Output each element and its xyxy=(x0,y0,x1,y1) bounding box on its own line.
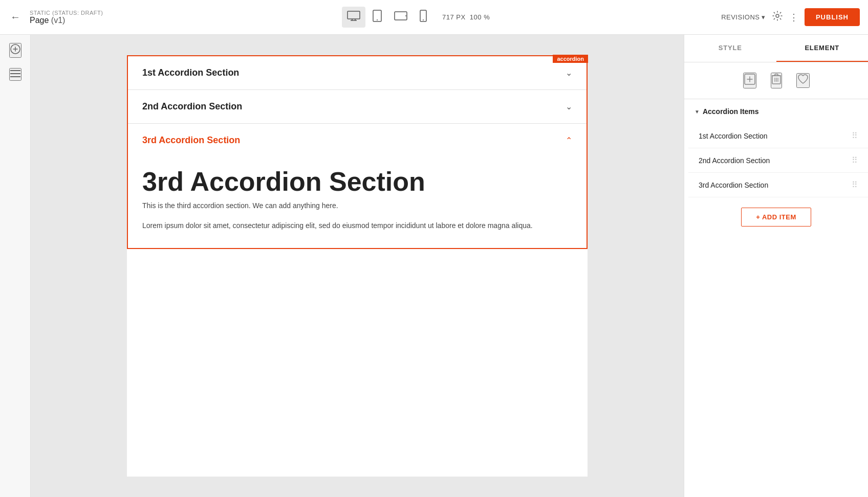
tablet-portrait-icon xyxy=(373,10,382,22)
more-options-button[interactable]: ⋮ xyxy=(789,12,798,23)
desktop-icon xyxy=(347,11,360,21)
page-info: STATIC (STATUS: DRAFT) Page (v1) xyxy=(30,10,103,25)
mobile-icon xyxy=(420,10,427,22)
list-item-3: 3rd Accordion Section ⠿ xyxy=(688,173,868,197)
svg-point-5 xyxy=(377,19,378,20)
svg-rect-0 xyxy=(348,11,360,19)
add-action-button[interactable] xyxy=(743,73,756,88)
tablet-portrait-device-button[interactable] xyxy=(367,6,387,29)
accordion-chevron-1: ⌄ xyxy=(566,68,572,78)
accordion-content-heading: 3rd Accordion Section xyxy=(142,167,572,196)
accordion-title-3: 3rd Accordion Section xyxy=(142,135,240,146)
topbar: ← STATIC (STATUS: DRAFT) Page (v1) xyxy=(0,0,868,35)
desktop-device-button[interactable] xyxy=(342,7,365,28)
list-item-label-1: 1st Accordion Section xyxy=(699,132,768,140)
list-item-2: 2nd Accordion Section ⠿ xyxy=(688,148,868,173)
accordion-widget: 1st Accordion Section ⌄ 2nd Accordion Se… xyxy=(127,55,588,249)
add-icon xyxy=(744,74,755,85)
section-header[interactable]: ▼ Accordion Items xyxy=(695,107,858,116)
back-button[interactable]: ← xyxy=(8,9,23,25)
hamburger-menu-button[interactable] xyxy=(9,68,21,81)
menu-icon xyxy=(10,70,20,77)
list-item-label-2: 2nd Accordion Section xyxy=(699,156,770,165)
accordion-header-1[interactable]: 1st Accordion Section ⌄ xyxy=(128,56,587,89)
topbar-left: ← STATIC (STATUS: DRAFT) Page (v1) xyxy=(8,9,111,25)
accordion-title-2: 2nd Accordion Section xyxy=(142,101,242,112)
page-name: Page (v1) xyxy=(30,16,103,25)
tab-style[interactable]: STYLE xyxy=(684,35,776,62)
accordion-content-3: 3rd Accordion Section This is the third … xyxy=(128,157,587,248)
favorite-action-button[interactable] xyxy=(796,73,810,88)
topbar-right: REVISIONS ▾ ⋮ PUBLISH xyxy=(721,8,860,26)
drag-handle-2[interactable]: ⠿ xyxy=(852,155,858,165)
section-header-label: Accordion Items xyxy=(703,107,759,116)
revisions-button[interactable]: REVISIONS ▾ xyxy=(721,13,766,21)
accordion-items-section: ▼ Accordion Items xyxy=(684,99,868,124)
svg-point-10 xyxy=(776,14,779,17)
trash-icon xyxy=(772,74,781,85)
accordion-badge: accordion xyxy=(553,55,588,63)
left-sidebar xyxy=(0,35,31,497)
mobile-device-button[interactable] xyxy=(415,6,432,29)
plus-circle-icon xyxy=(10,44,20,54)
svg-point-9 xyxy=(423,19,424,20)
topbar-center: 717 PX 100 % xyxy=(117,6,715,29)
add-element-button[interactable] xyxy=(9,43,21,58)
accordion-item-1: 1st Accordion Section ⌄ xyxy=(128,56,587,90)
canvas-area: accordion 1st Accordion Section ⌄ 2nd Ac… xyxy=(31,35,684,497)
panel-tabs: STYLE ELEMENT xyxy=(684,35,868,62)
drag-handle-1[interactable]: ⠿ xyxy=(852,131,858,141)
accordion-title-1: 1st Accordion Section xyxy=(142,67,239,78)
section-chevron-icon: ▼ xyxy=(695,109,700,115)
accordion-item-2: 2nd Accordion Section ⌄ xyxy=(128,90,587,124)
publish-button[interactable]: PUBLISH xyxy=(805,8,860,26)
heart-icon xyxy=(797,74,809,84)
accordion-chevron-2: ⌄ xyxy=(566,102,572,111)
tab-element[interactable]: ELEMENT xyxy=(776,35,869,62)
accordion-content-subtext: This is the third accordion section. We … xyxy=(142,201,572,210)
accordion-item-3: 3rd Accordion Section ⌃ 3rd Accordion Se… xyxy=(128,124,587,248)
right-panel: STYLE ELEMENT xyxy=(684,35,868,497)
drag-handle-3[interactable]: ⠿ xyxy=(852,180,858,190)
canvas-container: accordion 1st Accordion Section ⌄ 2nd Ac… xyxy=(127,55,588,477)
settings-button[interactable] xyxy=(772,10,783,24)
list-item-1: 1st Accordion Section ⠿ xyxy=(688,124,868,148)
page-status: STATIC (STATUS: DRAFT) xyxy=(30,10,103,16)
panel-actions xyxy=(684,62,868,99)
main-layout: accordion 1st Accordion Section ⌄ 2nd Ac… xyxy=(0,35,868,497)
accordion-content-body: Lorem ipsum dolor sit amet, consectetur … xyxy=(142,220,572,231)
tablet-landscape-icon xyxy=(394,11,407,20)
gear-icon xyxy=(772,10,783,21)
accordion-chevron-3: ⌃ xyxy=(566,135,572,145)
px-info: 717 PX 100 % xyxy=(442,13,490,21)
accordion-items-list: 1st Accordion Section ⠿ 2nd Accordion Se… xyxy=(684,124,868,197)
add-item-button[interactable]: + ADD ITEM xyxy=(741,208,811,227)
accordion-header-2[interactable]: 2nd Accordion Section ⌄ xyxy=(128,90,587,123)
delete-action-button[interactable] xyxy=(771,73,782,88)
tablet-landscape-device-button[interactable] xyxy=(389,7,413,27)
chevron-down-icon: ▾ xyxy=(762,13,766,21)
svg-point-7 xyxy=(405,15,406,16)
svg-rect-6 xyxy=(395,12,407,20)
accordion-header-3[interactable]: 3rd Accordion Section ⌃ xyxy=(128,124,587,157)
list-item-label-3: 3rd Accordion Section xyxy=(699,181,768,189)
